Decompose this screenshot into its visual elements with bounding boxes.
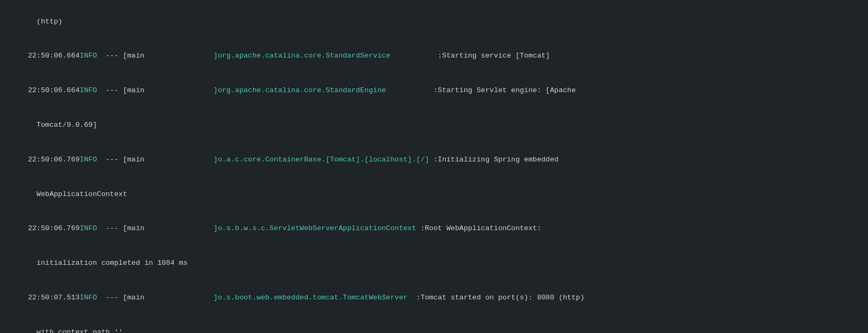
bracket <box>144 52 214 60</box>
log-line-5-cont: with context path '' <box>11 315 862 333</box>
log-level: INFO <box>80 52 97 60</box>
log-line-3-cont: WebApplicationContext <box>11 177 862 212</box>
timestamp: 22:50:06.664 <box>28 86 79 94</box>
log-level: INFO <box>80 224 97 232</box>
log-line-4-cont: initialization completed in 1084 ms <box>11 246 862 280</box>
logger: ]o.a.c.core.ContainerBase.[Tomcat].[loca… <box>214 156 429 164</box>
logger: ]o.s.boot.web.embedded.tomcat.TomcatWebS… <box>214 294 408 302</box>
log-line-3: 22:50:06.769INFO --- [main ]o.a.c.core.C… <box>11 142 862 177</box>
separator: --- [main <box>97 224 144 232</box>
log-line-1: 22:50:06.664INFO --- [main ]org.apache.c… <box>11 39 862 74</box>
timestamp: 22:50:06.769 <box>28 224 79 232</box>
log-message: :Root WebApplicationContext: <box>416 224 542 232</box>
log-line-2-cont: Tomcat/9.0.69] <box>11 108 862 142</box>
log-level: INFO <box>80 294 97 302</box>
log-continuation: initialization completed in 1084 ms <box>28 259 187 267</box>
separator: --- [main <box>97 86 144 94</box>
logger: ]org.apache.catalina.core.StandardEngine <box>214 86 386 94</box>
separator: --- [main <box>97 294 144 302</box>
log-message: :Starting service [Tomcat] <box>390 52 550 60</box>
log-message: :Initializing Spring embedded <box>429 156 559 164</box>
timestamp: 22:50:06.664 <box>28 52 79 60</box>
bracket <box>144 156 214 164</box>
log-line-2: 22:50:06.664INFO --- [main ]org.apache.c… <box>11 74 862 108</box>
log-text: (http) <box>28 18 62 26</box>
log-continuation: with context path '' <box>28 328 122 333</box>
log-container: (http) 22:50:06.664INFO --- [main ]org.a… <box>11 4 862 333</box>
log-message: :Tomcat started on port(s): 8080 (http) <box>407 294 584 302</box>
bracket <box>144 86 214 94</box>
logger: ]org.apache.catalina.core.StandardServic… <box>214 52 390 60</box>
log-continuation: Tomcat/9.0.69] <box>28 121 97 129</box>
bracket <box>144 224 214 232</box>
logger: ]o.s.b.w.s.c.ServletWebServerApplication… <box>214 224 416 232</box>
log-continuation: WebApplicationContext <box>28 190 127 198</box>
log-line-5: 22:50:07.513INFO --- [main ]o.s.boot.web… <box>11 280 862 315</box>
log-level: INFO <box>80 156 97 164</box>
log-line-http: (http) <box>11 4 862 39</box>
separator: --- [main <box>97 52 144 60</box>
log-line-4: 22:50:06.769INFO --- [main ]o.s.b.w.s.c.… <box>11 212 862 246</box>
log-level: INFO <box>80 86 97 94</box>
timestamp: 22:50:07.513 <box>28 294 79 302</box>
log-message: :Starting Servlet engine: [Apache <box>386 86 576 94</box>
bracket <box>144 294 214 302</box>
separator: --- [main <box>97 156 144 164</box>
timestamp: 22:50:06.769 <box>28 156 79 164</box>
